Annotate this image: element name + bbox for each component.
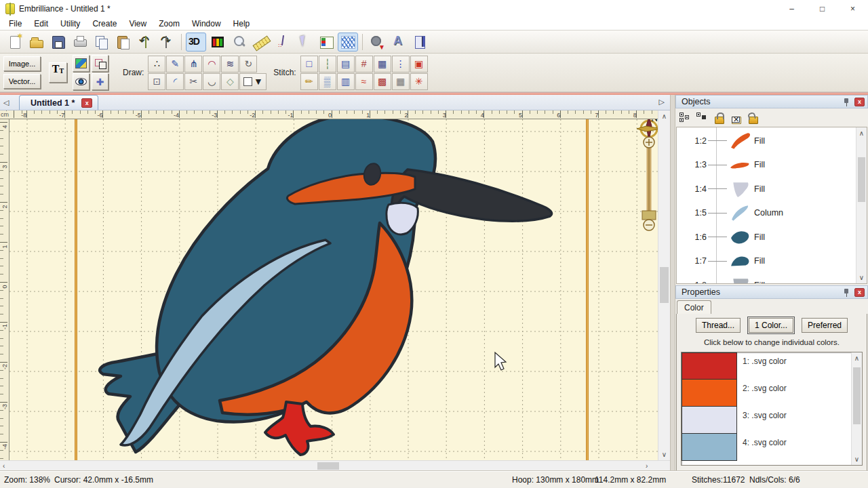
point-tool-button[interactable]: ∴ [148, 56, 165, 73]
curve-tool-button[interactable]: ◡ [203, 73, 220, 90]
objects-list[interactable]: 1:2Fill1:3Fill1:4Fill1:5Column1:6Fill1:7… [676, 127, 867, 284]
image-thumb-button[interactable] [73, 55, 90, 72]
text-tool-button[interactable]: TT [49, 62, 67, 83]
open-file-button[interactable] [26, 33, 47, 52]
pointer-button[interactable] [294, 33, 315, 52]
mesh-stitch-button[interactable]: ▦ [392, 73, 410, 90]
color-scroll-thumb[interactable] [853, 367, 861, 424]
object-row-1-7[interactable]: 1:7Fill [677, 249, 855, 274]
color-row-4[interactable]: 4: .svg color [682, 434, 862, 461]
group-icon[interactable] [679, 113, 690, 123]
pattern-stitch-button[interactable]: ▦ [374, 56, 391, 73]
cross-stitch-button[interactable]: ▩ [374, 73, 391, 90]
scroll-right-icon[interactable]: › [646, 462, 648, 470]
paste-button[interactable] [113, 33, 134, 52]
pin-icon[interactable] [842, 287, 850, 297]
menu-window[interactable]: Window [186, 18, 227, 30]
horizontal-scroll-thumb[interactable] [317, 462, 339, 470]
tab-untitled-1[interactable]: Untitled 1 * x [19, 95, 98, 110]
objects-scroll-thumb[interactable] [858, 157, 865, 202]
canvas-vertical-scrollbar[interactable]: ∧ ∨ [658, 110, 670, 460]
dome-tool-button[interactable]: ◠ [203, 56, 220, 73]
thread-button[interactable]: Thread... [696, 318, 741, 333]
tab-scroll-left-icon[interactable]: ◁ [0, 98, 12, 107]
rotate-tool-button[interactable]: ↻ [239, 56, 257, 73]
preferred-button[interactable]: Preferred [802, 318, 848, 333]
3d-view-button[interactable] [186, 33, 206, 52]
shape-tool-button[interactable]: ◇ [221, 73, 239, 90]
object-list-button[interactable] [316, 33, 336, 52]
move-cross-button[interactable]: ✚ [92, 73, 108, 90]
scroll-left-icon[interactable]: ‹ [3, 462, 5, 470]
menu-view[interactable]: View [123, 18, 153, 30]
print-button[interactable] [70, 33, 90, 52]
scroll-up-icon[interactable]: ∧ [856, 129, 867, 137]
tab-color[interactable]: Color [677, 300, 711, 314]
lock-icon[interactable] [713, 113, 724, 123]
wave-tool-button[interactable]: ≋ [221, 56, 239, 73]
outline-stitch-button[interactable]: □ [300, 56, 318, 73]
color-swatch[interactable] [682, 407, 737, 434]
panel-splitter[interactable] [670, 95, 675, 471]
objects-panel-close-icon[interactable]: x [854, 98, 865, 106]
batch-convert-button[interactable] [367, 33, 387, 52]
stitch-view-button[interactable] [338, 33, 358, 52]
maximize-button[interactable]: □ [807, 0, 837, 17]
measure-button[interactable] [251, 33, 271, 52]
object-row-1-5[interactable]: 1:5Column [677, 201, 855, 226]
embroidery-design-kingfisher[interactable]: N [0, 110, 658, 460]
ungroup-icon[interactable] [696, 113, 707, 123]
menu-help[interactable]: Help [227, 18, 256, 30]
arc-tool-button[interactable]: ◜ [166, 73, 184, 90]
pen-tool-button[interactable]: ✎ [166, 56, 184, 73]
vector-button[interactable]: Vector... [3, 74, 41, 89]
zoom-slider[interactable] [642, 137, 656, 230]
scroll-down-icon[interactable]: ∨ [856, 274, 867, 281]
new-file-button[interactable] [5, 33, 25, 52]
canvas-horizontal-scrollbar[interactable]: ‹ › [0, 460, 670, 471]
color-list-scrollbar[interactable]: ∧ ∨ [851, 352, 862, 465]
sew-simulate-button[interactable] [273, 33, 293, 52]
save-file-button[interactable] [48, 33, 68, 52]
wave-stitch-button[interactable]: ≈ [355, 73, 373, 90]
thread-color-list[interactable]: 1: .svg color2: .svg color3: .svg color4… [681, 352, 863, 466]
design-canvas[interactable]: N -8-7-6-5-4-3-2-1012345678 43210-1-2-3-… [0, 110, 670, 460]
color-row-1[interactable]: 1: .svg color [682, 352, 862, 380]
design-notes-button[interactable] [410, 33, 431, 52]
properties-panel-close-icon[interactable]: x [854, 288, 865, 297]
object-row-1-2[interactable]: 1:2Fill [677, 129, 855, 153]
tab-scroll-right-icon[interactable]: ▷ [659, 98, 665, 106]
copy-button[interactable] [92, 33, 112, 52]
scroll-up-icon[interactable]: ∧ [658, 113, 670, 120]
fill-stitch-button[interactable]: ▒ [319, 73, 336, 90]
object-row-1-4[interactable]: 1:4Fill [677, 177, 855, 201]
tab-close-icon[interactable]: x [81, 98, 92, 108]
objects-list-scrollbar[interactable]: ∧ ∨ [856, 127, 867, 283]
object-row-1-3[interactable]: 1:3Fill [677, 153, 855, 178]
menu-file[interactable]: File [3, 18, 28, 30]
needle-tool-button[interactable]: ⋔ [184, 56, 202, 73]
object-row-1-8[interactable]: 1:8Fill [677, 273, 855, 284]
column-stitch-button[interactable]: ▥ [337, 73, 355, 90]
color-swatch[interactable] [682, 380, 737, 407]
menu-create[interactable]: Create [86, 18, 123, 30]
color-swatch[interactable] [682, 434, 737, 461]
star-stitch-button[interactable]: ✳ [410, 73, 428, 90]
applique-stitch-button[interactable]: ▣ [410, 56, 428, 73]
lock-crossed-icon[interactable] [730, 113, 741, 123]
color-row-3[interactable]: 3: .svg color [682, 407, 862, 434]
scroll-down-icon[interactable]: ∨ [852, 455, 862, 463]
lettering-button[interactable] [389, 33, 409, 52]
satin-stitch-button[interactable]: ▤ [337, 56, 355, 73]
magic-select-tool-button[interactable]: ⊡ [148, 73, 165, 90]
pencil-stitch-button[interactable]: ✏ [300, 73, 318, 90]
menu-edit[interactable]: Edit [28, 18, 54, 30]
blanket-stitch-button[interactable]: # [355, 56, 373, 73]
scroll-up-icon[interactable]: ∧ [852, 354, 862, 362]
minimize-button[interactable]: – [776, 0, 807, 17]
zoom-tool-button[interactable] [229, 33, 250, 52]
menu-zoom[interactable]: Zoom [153, 18, 186, 30]
cut-tool-button[interactable]: ✂ [184, 73, 202, 90]
scroll-down-icon[interactable]: ∨ [658, 451, 670, 458]
image-button[interactable]: Image... [3, 56, 41, 71]
